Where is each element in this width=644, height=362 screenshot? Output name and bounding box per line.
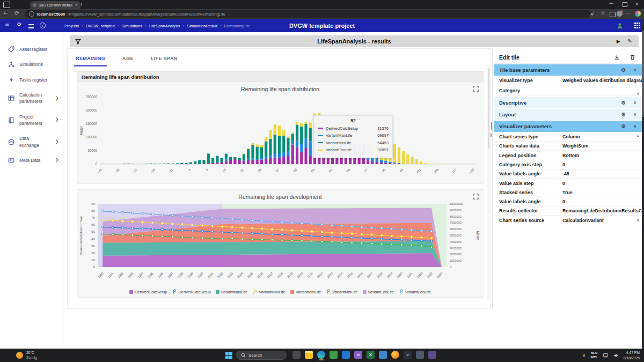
tab-age[interactable]: AGE (121, 51, 135, 67)
more-menu-icon[interactable]: ⋯ (626, 11, 631, 16)
tray-chevron-icon[interactable]: ∧ (583, 353, 586, 358)
parameter-row[interactable]: Charts value dataWeightSum (494, 142, 642, 151)
breadcrumb-item[interactable]: DVGW_scripted (86, 24, 115, 28)
start-button[interactable] (225, 352, 232, 359)
edit-icon[interactable]: ✎ (628, 39, 632, 44)
filter-icon[interactable] (75, 39, 81, 45)
parameter-row[interactable]: Chart series sourceCalculationVariant (494, 216, 642, 225)
sidebar-item-calculation-parameters[interactable]: Calculation parameters❯ (0, 87, 63, 109)
breadcrumb-item[interactable]: Projects (64, 24, 79, 28)
legend-item[interactable]: DerivedCalcSetup (172, 289, 210, 295)
section-descriptive[interactable]: Descriptive⚙∨ (494, 97, 642, 108)
read-aloud-icon[interactable]: A) (590, 11, 594, 17)
legend-item[interactable]: VariantMaxLife (252, 289, 285, 295)
link-icon[interactable]: ∞ (5, 22, 9, 27)
gear-icon[interactable]: ⚙ (621, 112, 626, 117)
collections-icon[interactable] (610, 12, 616, 17)
tab-remaining[interactable]: REMAINING (74, 51, 107, 67)
scroll-up-icon[interactable]: ▲ (636, 134, 639, 137)
breadcrumb-item[interactable]: RemainingLife (224, 24, 250, 28)
new-tab-button[interactable]: + (79, 2, 84, 7)
legend-item[interactable]: VariantMinLife (326, 289, 357, 295)
parameter-row[interactable]: Visualizer typeWeighed values distributi… (494, 76, 642, 85)
favorite-star-icon[interactable]: ☆ (601, 11, 605, 16)
legend-item[interactable]: VariantMinLife (290, 290, 321, 294)
back-icon[interactable]: ← (4, 11, 8, 16)
tab-close-icon[interactable]: × (75, 3, 78, 7)
parameter-row[interactable]: Category (494, 86, 642, 95)
parameter-row[interactable]: Stacked seriesTrue (494, 188, 642, 197)
parameter-row[interactable]: Value axis step0 (494, 179, 642, 188)
copilot-icon[interactable] (635, 11, 641, 17)
sidebar-item-simulations[interactable]: Simulations (0, 57, 63, 72)
chevron-up-icon[interactable]: ∧ (633, 124, 636, 129)
speaker-icon[interactable] (613, 353, 619, 358)
sidebar-item-asset-register[interactable]: Asset register (0, 42, 63, 57)
site-info-icon[interactable]: i (29, 11, 34, 17)
file-explorer-icon[interactable] (305, 351, 313, 359)
fullscreen-icon[interactable] (473, 194, 479, 200)
clock[interactable]: 4:47 PM8/18/2025 (624, 350, 640, 360)
parameter-row[interactable]: Results collectorRemainingLifeDistributi… (494, 206, 642, 216)
info-icon[interactable]: i (40, 23, 46, 28)
play-icon[interactable]: ▶ (617, 39, 620, 44)
scroll-down-icon[interactable]: ▼ (636, 92, 639, 95)
gear-icon[interactable]: ⚙ (621, 124, 626, 129)
scroll-up-icon[interactable]: ▲ (636, 78, 639, 82)
user-icon[interactable] (617, 23, 623, 29)
tab-life-span[interactable]: LIFE SPAN (149, 51, 179, 67)
refresh-icon[interactable]: ⟳ (14, 11, 19, 16)
monitor-icon[interactable] (603, 353, 609, 358)
powershell-icon[interactable]: > (404, 351, 412, 359)
sidebar-item-project-parameters[interactable]: Project parameters❯ (0, 109, 63, 131)
breadcrumb-item[interactable]: LifeSpanAnalysis (149, 24, 180, 28)
legend-item[interactable]: VariantEcoLife (363, 290, 394, 294)
firefox-icon[interactable] (391, 351, 399, 359)
purple-app-icon[interactable] (428, 351, 436, 359)
sidebar-item-meta-data[interactable]: Meta Data❯ (0, 153, 63, 168)
taskbar-search[interactable]: Search (236, 351, 287, 360)
section-tile-base-parameters[interactable]: Tile base parameters⚙∧ (494, 64, 642, 76)
sidebar-item-tasks-register[interactable]: Tasks register (0, 72, 63, 87)
excel-icon[interactable]: X (367, 351, 375, 359)
gray-app-icon[interactable] (416, 351, 424, 359)
menu-icon[interactable] (28, 23, 34, 29)
chevron-down-icon[interactable]: ∨ (633, 113, 636, 117)
section-layout[interactable]: Layout⚙∨ (494, 109, 642, 120)
edge-icon[interactable] (317, 351, 325, 359)
section-visualizer-parameters[interactable]: Visualizer parameters⚙∧ (494, 121, 642, 132)
remaining-life-development-chart[interactable]: 0102030405060708090010000002000000300000… (77, 201, 481, 285)
parameter-row[interactable]: Legend positionBottom (494, 151, 642, 160)
visual-studio-icon[interactable]: ∞ (354, 351, 362, 359)
remaining-life-distribution-chart[interactable]: 050000100000150000200000250000-43-35-27-… (77, 93, 481, 182)
url-bar[interactable]: i localhost:5080 /Projects/DVGW_scripted… (25, 10, 591, 18)
close-button[interactable]: × (635, 2, 639, 6)
green-app-icon[interactable] (330, 351, 338, 359)
sidebar-item-data-exchange[interactable]: Data exchange❯ (0, 131, 63, 153)
download-icon[interactable] (614, 54, 620, 60)
apps-grid-icon[interactable] (634, 23, 640, 28)
globe-app-icon[interactable] (379, 351, 387, 359)
legend-item[interactable]: DerivedCalcSetup (129, 290, 167, 294)
card-scrollbar[interactable] (487, 65, 490, 301)
page-scrollbar[interactable] (642, 19, 644, 349)
browser-tab[interactable]: S&G Lcc-Nion WebUI × (30, 1, 80, 9)
task-view-icon[interactable] (292, 351, 301, 359)
breadcrumb-item[interactable]: SimulationResult (187, 24, 217, 28)
chevron-up-icon[interactable]: ∧ (633, 68, 636, 72)
profile-avatar[interactable] (617, 11, 623, 17)
parameter-row[interactable]: Value labels angle-45 (494, 169, 642, 179)
parameter-row[interactable]: Category axis step0 (494, 160, 642, 169)
minimize-button[interactable]: — (609, 2, 613, 6)
restore-button[interactable] (623, 2, 627, 7)
gear-icon[interactable]: ⚙ (621, 100, 626, 106)
parameter-row[interactable]: Chart series typeColumn (494, 132, 642, 142)
blue-app-icon[interactable] (342, 351, 350, 359)
breadcrumb-item[interactable]: Simulations (121, 24, 142, 28)
legend-item[interactable]: VariantMaxLife (216, 290, 247, 294)
chevron-down-icon[interactable]: ∨ (633, 101, 636, 105)
weather-widget[interactable]: 20°CZonnig (16, 350, 37, 360)
panel-resize-handle[interactable] (492, 48, 493, 309)
gear-icon[interactable]: ⚙ (621, 68, 626, 73)
parameter-row[interactable]: Value labels angle0 (494, 197, 642, 206)
